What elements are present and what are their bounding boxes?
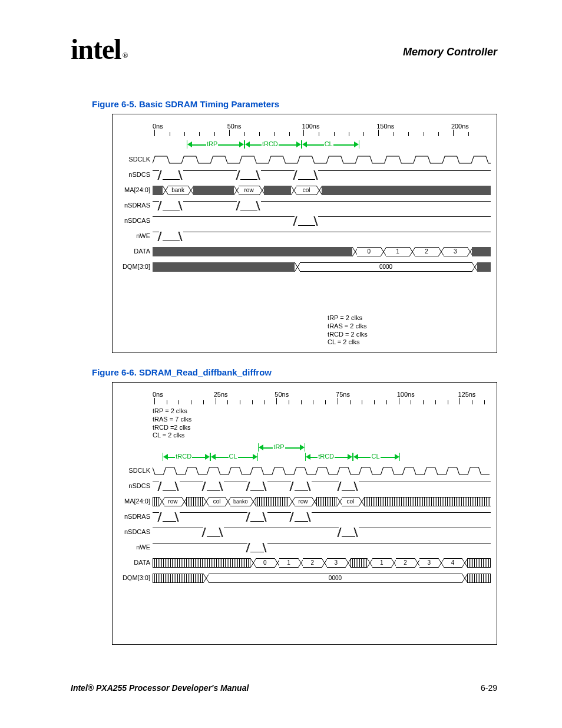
signal-row-ma-b: MA[24:0] row col bank0 row xyxy=(117,495,492,508)
page-footer: Intel® PXA255 Processor Developer's Manu… xyxy=(71,683,497,693)
signal-label: DQM[3:0] xyxy=(117,263,150,270)
signal-label: nSDCS xyxy=(117,482,150,489)
page: intel® Memory Controller Figure 6-5. Bas… xyxy=(0,0,562,728)
signal-row-nwe: nWE xyxy=(117,230,492,243)
time-label: 0ns xyxy=(153,391,163,398)
timing-diagram-b: 0ns 25ns 50ns 75ns 100ns 125ns xyxy=(112,382,497,645)
clock-waveform xyxy=(153,466,491,476)
signal-row-sdclk: SDCLK xyxy=(117,153,492,166)
page-number: 6-29 xyxy=(481,683,497,693)
timing-anno: tRCD xyxy=(163,453,210,461)
time-ruler-a: 0ns 50ns 100ns 150ns 200ns xyxy=(153,123,492,140)
time-label: 50ns xyxy=(275,391,289,398)
signal-label: MA[24:0] xyxy=(117,186,150,193)
signal-label: nSDCAS xyxy=(117,528,150,535)
section-header: Memory Controller xyxy=(403,46,497,58)
timing-anno-trp: tRP xyxy=(187,140,244,149)
time-label: 25ns xyxy=(214,391,228,398)
footer-title: Intel® PXA255 Processor Developer's Manu… xyxy=(71,683,249,693)
signal-row-dqm-b: DQM[3:0] 0000 xyxy=(117,572,492,585)
signal-label: nSDRAS xyxy=(117,513,150,520)
signal-row-nsdcs-b: nSDCS xyxy=(117,480,492,493)
timing-anno-trp-b: tRP xyxy=(258,443,306,452)
signal-row-data-b: DATA 0 1 2 3 1 2 xyxy=(117,556,492,569)
signal-row-nsdcas-b: nSDCAS xyxy=(117,526,492,539)
signal-label: nSDCAS xyxy=(117,217,150,224)
signal-row-ma: MA[24:0] bank row col xyxy=(117,184,492,197)
clock-waveform xyxy=(153,155,491,164)
timing-anno: CL xyxy=(353,453,401,461)
figure-caption-b: Figure 6-6. SDRAM_Read_diffbank_diffrow xyxy=(92,367,497,377)
time-label: 125ns xyxy=(458,391,475,398)
signal-label: nSDRAS xyxy=(117,202,150,209)
signal-label: DATA xyxy=(117,248,150,255)
time-label: 100ns xyxy=(302,123,319,130)
signal-row-nwe-b: nWE xyxy=(117,541,492,554)
time-label: 150ns xyxy=(376,123,394,130)
signal-row-nsdras-b: nSDRAS xyxy=(117,510,492,523)
param-note-a: tRP = 2 clks tRAS = 2 clks tRCD = 2 clks… xyxy=(328,314,368,347)
time-label: 0ns xyxy=(153,123,163,130)
signal-row-data: DATA 0 1 2 3 xyxy=(117,245,492,258)
time-label: 75ns xyxy=(336,391,350,398)
time-ruler-b: 0ns 25ns 50ns 75ns 100ns 125ns xyxy=(153,391,492,409)
signal-label: DATA xyxy=(117,559,150,566)
param-note-b: tRP = 2 clks tRAS = 7 clks tRCD =2 clks … xyxy=(153,407,492,440)
timing-diagram-a: 0ns 50ns 100ns 150ns 200ns xyxy=(112,114,497,353)
signal-label: nWE xyxy=(117,232,150,239)
time-label: 50ns xyxy=(227,123,242,130)
signal-label: SDCLK xyxy=(117,156,150,163)
signal-label: DQM[3:0] xyxy=(117,574,150,581)
timing-anno-trcd: tRCD xyxy=(244,140,302,149)
timing-anno: CL xyxy=(210,453,258,461)
content-area: Figure 6-5. Basic SDRAM Timing Parameter… xyxy=(71,88,497,645)
timing-anno: tRCD xyxy=(305,453,353,461)
signal-row-dqm: DQM[3:0] 0000 xyxy=(117,261,492,274)
signal-label: SDCLK xyxy=(117,467,150,474)
intel-logo: intel® xyxy=(71,33,127,65)
signal-label: MA[24:0] xyxy=(117,498,150,505)
signal-row-nsdcas: nSDCAS xyxy=(117,215,492,228)
signal-label: nSDCS xyxy=(117,171,150,178)
signal-row-sdclk-b: SDCLK xyxy=(117,465,492,477)
time-label: 100ns xyxy=(397,391,415,398)
registered-mark: ® xyxy=(123,51,128,60)
time-label: 200ns xyxy=(451,123,469,130)
timing-anno-cl: CL xyxy=(302,140,359,149)
signal-row-nsdcs: nSDCS xyxy=(117,169,492,182)
figure-caption-a: Figure 6-5. Basic SDRAM Timing Parameter… xyxy=(92,99,497,109)
signal-label: nWE xyxy=(117,543,150,551)
signal-row-nsdras: nSDRAS xyxy=(117,199,492,212)
